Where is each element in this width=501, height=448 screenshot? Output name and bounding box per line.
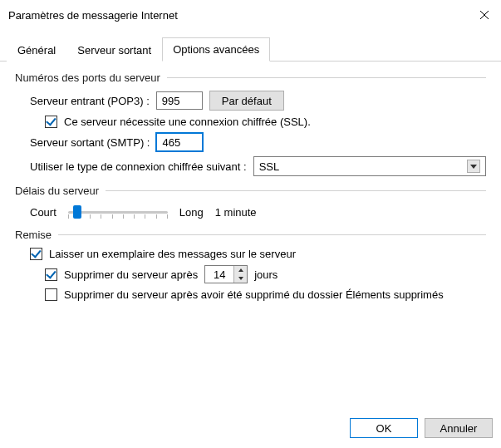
default-ports-button[interactable]: Par défaut xyxy=(209,91,284,111)
incoming-port-input[interactable] xyxy=(156,91,203,110)
encryption-type-select[interactable]: SSL xyxy=(253,156,486,176)
cancel-button[interactable]: Annuler xyxy=(425,418,493,438)
slider-thumb[interactable] xyxy=(73,205,81,219)
tab-bar: Général Serveur sortant Options avancées xyxy=(0,28,501,62)
tab-general[interactable]: Général xyxy=(7,38,66,62)
incoming-port-label: Serveur entrant (POP3) : xyxy=(30,95,150,107)
divider xyxy=(106,190,486,191)
outgoing-port-label: Serveur sortant (SMTP) : xyxy=(30,136,150,149)
leave-copy-checkbox[interactable] xyxy=(30,248,42,260)
group-server-timeouts: Délais du serveur Court Long 1 minute xyxy=(15,185,486,220)
tab-advanced[interactable]: Options avancées xyxy=(162,37,270,62)
group-delivery-label: Remise xyxy=(15,229,58,241)
stepper-up-icon[interactable] xyxy=(234,266,247,274)
tab-outgoing-server[interactable]: Serveur sortant xyxy=(66,38,162,62)
group-server-ports-label: Numéros des ports du serveur xyxy=(15,71,167,84)
timeout-value-label: 1 minute xyxy=(215,206,257,219)
outgoing-port-input[interactable] xyxy=(156,133,203,151)
remove-after-checkbox[interactable] xyxy=(45,268,57,281)
close-icon[interactable] xyxy=(476,7,493,23)
remove-after-days-input[interactable] xyxy=(205,266,233,283)
group-server-timeouts-label: Délais du serveur xyxy=(15,185,106,197)
ssl-required-checkbox[interactable] xyxy=(45,116,57,128)
timeout-slider[interactable] xyxy=(68,204,168,220)
days-suffix-label: jours xyxy=(254,268,278,281)
ssl-required-label: Ce serveur nécessite une connexion chiff… xyxy=(64,116,311,128)
timeout-short-label: Court xyxy=(30,206,56,219)
timeout-long-label: Long xyxy=(179,206,204,219)
remove-when-deleted-label: Supprimer du serveur après avoir été sup… xyxy=(64,288,444,301)
encryption-type-label: Utiliser le type de connexion chiffrée s… xyxy=(30,160,247,173)
remove-after-days-stepper[interactable] xyxy=(204,265,248,283)
remove-after-label: Supprimer du serveur après xyxy=(64,268,198,281)
ok-button[interactable]: OK xyxy=(350,418,418,438)
window-title: Paramètres de messagerie Internet xyxy=(8,9,178,22)
dialog-footer: OK Annuler xyxy=(0,410,501,448)
encryption-type-value: SSL xyxy=(259,160,280,173)
leave-copy-label: Laisser un exemplaire des messages sur l… xyxy=(49,248,296,260)
divider xyxy=(58,234,486,235)
group-delivery: Remise Laisser un exemplaire des message… xyxy=(15,229,486,301)
chevron-down-icon xyxy=(467,160,480,173)
remove-when-deleted-checkbox[interactable] xyxy=(45,288,57,301)
divider xyxy=(167,77,486,78)
group-server-ports: Numéros des ports du serveur Serveur ent… xyxy=(15,71,486,176)
stepper-down-icon[interactable] xyxy=(234,274,247,283)
